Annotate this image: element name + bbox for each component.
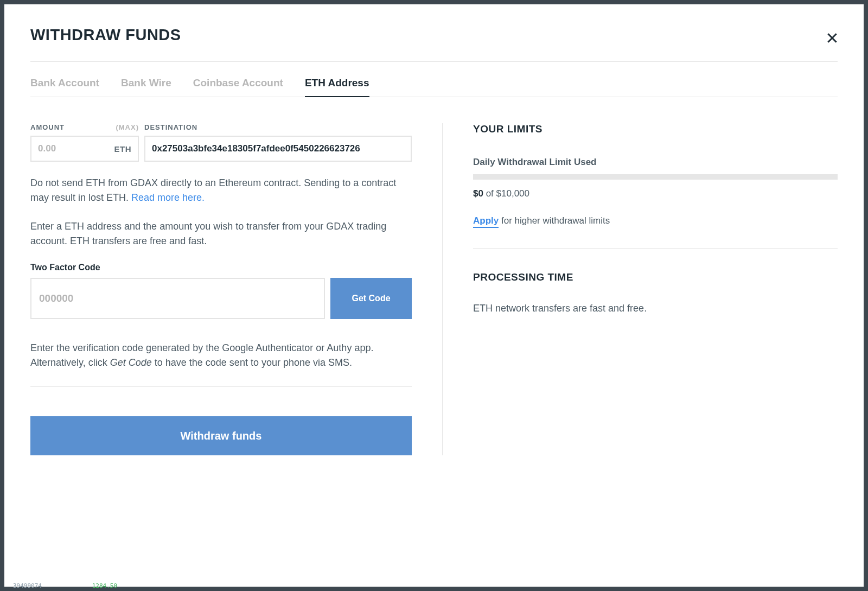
- limit-total: of $10,000: [483, 188, 529, 199]
- contract-warning-text: Do not send ETH from GDAX directly to an…: [30, 177, 396, 203]
- amount-max-link[interactable]: (MAX): [116, 123, 139, 131]
- your-limits-title: YOUR LIMITS: [473, 123, 838, 135]
- apply-link[interactable]: Apply: [473, 215, 499, 228]
- close-icon: [827, 36, 838, 45]
- background-ticker: 39499074 1284.50: [13, 582, 117, 589]
- transfer-instructions: Enter a ETH address and the amount you w…: [30, 219, 412, 249]
- tfa-code-input[interactable]: [39, 279, 316, 318]
- daily-limit-progress: [473, 174, 838, 180]
- tabs: Bank Account Bank Wire Coinbase Account …: [30, 77, 838, 97]
- withdraw-funds-button[interactable]: Withdraw funds: [30, 416, 412, 455]
- divider: [473, 248, 838, 249]
- tfa-help-em: Get Code: [110, 357, 152, 368]
- processing-time-title: PROCESSING TIME: [473, 271, 838, 283]
- daily-limit-values: $0 of $10,000: [473, 188, 838, 199]
- limit-used: $0: [473, 188, 483, 199]
- close-button[interactable]: [827, 33, 838, 46]
- amount-input[interactable]: [38, 143, 110, 154]
- daily-limit-label: Daily Withdrawal Limit Used: [473, 157, 838, 168]
- get-code-button[interactable]: Get Code: [330, 278, 412, 319]
- tfa-help-post: to have the code sent to your phone via …: [152, 357, 352, 368]
- tab-bank-account[interactable]: Bank Account: [30, 77, 99, 97]
- info-panel: YOUR LIMITS Daily Withdrawal Limit Used …: [443, 123, 838, 455]
- amount-label: AMOUNT: [30, 123, 65, 131]
- destination-label: DESTINATION: [144, 123, 197, 131]
- divider: [30, 386, 412, 387]
- contract-warning: Do not send ETH from GDAX directly to an…: [30, 176, 412, 205]
- tab-eth-address[interactable]: ETH Address: [305, 77, 369, 97]
- modal-title: WITHDRAW FUNDS: [30, 26, 838, 44]
- tab-coinbase-account[interactable]: Coinbase Account: [193, 77, 283, 97]
- divider: [30, 61, 838, 62]
- tfa-help: Enter the verification code generated by…: [30, 341, 412, 370]
- form-panel: AMOUNT (MAX) ETH DESTINATION: [30, 123, 443, 455]
- apply-higher-limits: Apply for higher withdrawal limits: [473, 215, 838, 226]
- withdraw-modal: WITHDRAW FUNDS Bank Account Bank Wire Co…: [4, 4, 864, 587]
- destination-input[interactable]: [152, 143, 404, 154]
- read-more-link[interactable]: Read more here.: [131, 192, 205, 203]
- tfa-label: Two Factor Code: [30, 263, 412, 272]
- processing-time-text: ETH network transfers are fast and free.: [473, 303, 838, 314]
- amount-unit: ETH: [110, 144, 132, 154]
- tab-bank-wire[interactable]: Bank Wire: [121, 77, 171, 97]
- apply-rest: for higher withdrawal limits: [499, 215, 610, 226]
